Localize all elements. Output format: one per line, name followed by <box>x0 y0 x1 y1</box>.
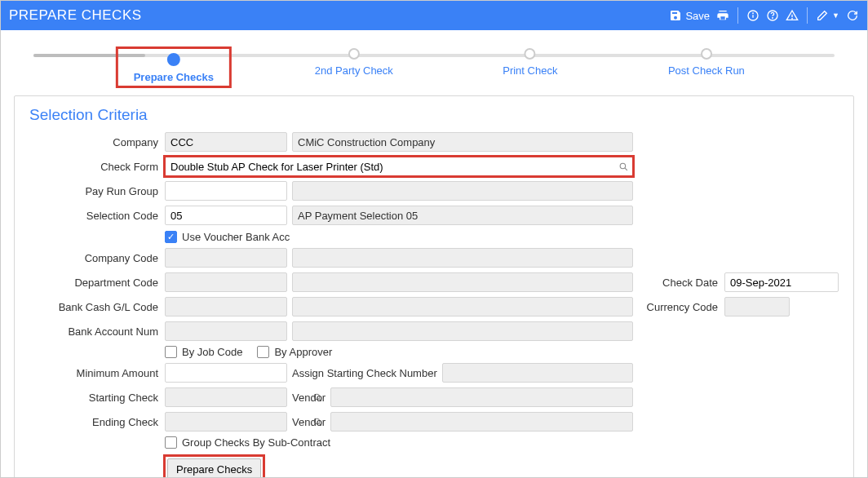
checkbox-icon <box>165 346 177 358</box>
help-button[interactable] <box>766 9 779 22</box>
edit-icon <box>816 9 829 22</box>
by-approver-checkbox[interactable]: By Approver <box>257 346 332 358</box>
currency-code-display <box>724 297 790 316</box>
warning-button[interactable] <box>786 9 799 22</box>
pay-run-group-desc <box>292 181 633 201</box>
help-icon <box>766 9 779 22</box>
label-company-code: Company Code <box>29 252 160 264</box>
group-checks-sub-checkbox[interactable]: Group Checks By Sub-Contract <box>165 436 330 449</box>
label-check-form: Check Form <box>29 161 160 173</box>
bank-cash-gl-desc <box>292 297 633 316</box>
by-job-code-label: By Job Code <box>182 346 242 358</box>
label-assign-starting-check: Assign Starting Check Number <box>292 367 437 379</box>
step-label: 2nd Party Check <box>315 64 393 77</box>
step-dot-icon <box>525 48 536 60</box>
bank-account-num-field <box>165 321 287 341</box>
titlebar: PREPARE CHECKS Save <box>1 1 867 30</box>
label-bank-account-num: Bank Account Num <box>29 325 160 338</box>
check-form-input[interactable] <box>166 157 614 175</box>
department-code-lov[interactable] <box>165 272 287 292</box>
check-date-input[interactable] <box>725 273 868 291</box>
save-icon <box>669 9 682 22</box>
checkbox-icon <box>165 436 177 449</box>
step-prepare-checks[interactable]: Prepare Checks <box>117 48 230 86</box>
label-starting-check: Starting Check <box>29 392 160 404</box>
check-date-field[interactable] <box>724 272 839 292</box>
svg-point-4 <box>773 18 773 19</box>
selection-code-input[interactable] <box>166 206 312 224</box>
pay-run-group-lov[interactable] <box>165 181 287 201</box>
info-icon <box>746 9 760 22</box>
label-pay-run-group: Pay Run Group <box>29 185 160 197</box>
group-checks-sub-label: Group Checks By Sub-Contract <box>182 436 330 449</box>
refresh-button[interactable] <box>846 9 859 22</box>
label-check-date: Check Date <box>638 277 720 289</box>
label-minimum-amount: Minimum Amount <box>29 367 160 379</box>
svg-point-2 <box>753 13 754 14</box>
step-label: Prepare Checks <box>134 71 214 83</box>
company-input[interactable] <box>166 133 312 151</box>
starting-vendor-display <box>330 387 633 407</box>
toolbar: Save <box>669 7 859 24</box>
minimum-amount-input[interactable] <box>165 363 287 383</box>
svg-line-10 <box>625 168 627 170</box>
ending-check-input[interactable] <box>166 413 312 431</box>
bank-cash-gl-input[interactable] <box>166 298 312 316</box>
step-post-check-run[interactable]: Post Check Run <box>668 48 745 77</box>
selection-code-desc: AP Payment Selection 05 <box>292 206 633 225</box>
chevron-down-icon: ▼ <box>832 11 839 20</box>
company-code-lov[interactable] <box>165 248 287 268</box>
toolbar-separator <box>737 7 738 24</box>
label-company: Company <box>29 136 160 148</box>
step-dot-icon <box>167 53 180 66</box>
prepare-checks-button-label: Prepare Checks <box>176 463 252 476</box>
save-label: Save <box>685 10 710 22</box>
stepper: Prepare Checks 2nd Party Check Print Che… <box>1 30 867 95</box>
page-title: PREPARE CHECKS <box>9 7 142 24</box>
panel-title: Selection Criteria <box>29 106 839 124</box>
svg-point-9 <box>620 163 626 169</box>
use-voucher-bank-label: Use Voucher Bank Acc <box>182 231 290 243</box>
ending-check-lov[interactable] <box>165 412 287 432</box>
label-starting-vendor: Vendor <box>292 392 326 404</box>
checkbox-icon <box>257 346 269 358</box>
refresh-icon <box>846 9 859 22</box>
by-job-code-checkbox[interactable]: By Job Code <box>165 346 242 358</box>
assign-starting-check-display <box>442 363 633 383</box>
company-name-display: CMiC Construction Company <box>292 132 633 152</box>
save-button[interactable]: Save <box>669 9 710 22</box>
by-approver-label: By Approver <box>274 346 332 358</box>
info-button[interactable] <box>746 9 760 22</box>
department-code-input[interactable] <box>166 273 312 291</box>
pay-run-group-input[interactable] <box>166 182 312 200</box>
step-dot-icon <box>348 48 360 60</box>
step-label: Print Check <box>503 64 557 77</box>
label-ending-vendor: Vendor <box>292 416 326 428</box>
starting-check-lov[interactable] <box>165 387 287 407</box>
search-icon[interactable] <box>614 157 632 175</box>
use-voucher-bank-checkbox[interactable]: Use Voucher Bank Acc <box>165 231 290 243</box>
check-form-lov[interactable] <box>165 157 633 176</box>
step-print-check[interactable]: Print Check <box>503 48 557 77</box>
app-window: PREPARE CHECKS Save <box>0 0 868 478</box>
svg-point-6 <box>792 18 793 19</box>
step-2nd-party-check[interactable]: 2nd Party Check <box>315 48 393 77</box>
print-icon <box>716 9 729 22</box>
label-bank-cash-gl: Bank Cash G/L Code <box>29 301 160 313</box>
starting-check-input[interactable] <box>166 388 312 406</box>
warning-icon <box>786 9 799 22</box>
selection-code-lov[interactable] <box>165 206 287 225</box>
company-code-input[interactable] <box>166 249 312 267</box>
label-department-code: Department Code <box>29 277 160 289</box>
step-label: Post Check Run <box>668 64 745 77</box>
label-currency-code: Currency Code <box>638 301 720 313</box>
print-button[interactable] <box>716 9 729 22</box>
edit-button[interactable]: ▼ <box>816 9 839 22</box>
selection-criteria-panel: Selection Criteria Company CMiC Construc… <box>14 95 854 478</box>
bank-cash-gl-lov[interactable] <box>165 297 287 316</box>
prepare-checks-button[interactable]: Prepare Checks <box>167 458 261 478</box>
bank-account-num-desc <box>292 321 633 341</box>
ending-vendor-display <box>330 412 633 432</box>
company-lov[interactable] <box>165 132 287 152</box>
department-code-desc <box>292 272 633 292</box>
